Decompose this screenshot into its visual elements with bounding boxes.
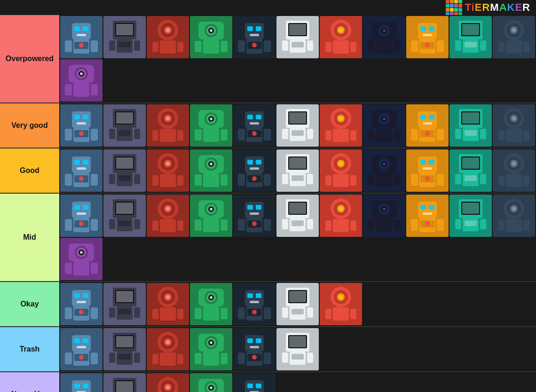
tier-item[interactable]	[406, 195, 449, 237]
svg-rect-304	[91, 219, 98, 231]
svg-rect-284	[462, 157, 479, 169]
tier-item[interactable]	[147, 283, 189, 325]
tier-item[interactable]	[190, 16, 232, 58]
tier-item[interactable]	[449, 149, 492, 192]
tier-item[interactable]	[233, 373, 276, 392]
tier-row-good: Good	[0, 149, 536, 194]
svg-point-127	[166, 117, 170, 120]
tier-item[interactable]	[60, 104, 102, 147]
svg-rect-146	[238, 129, 245, 141]
tier-item[interactable]	[60, 238, 102, 280]
svg-rect-103	[65, 84, 72, 95]
tier-item[interactable]	[103, 283, 146, 325]
tier-item[interactable]	[493, 149, 535, 192]
svg-rect-460	[333, 307, 349, 321]
svg-point-319	[166, 207, 170, 211]
tier-item[interactable]	[406, 16, 449, 58]
tier-item[interactable]	[103, 149, 146, 192]
tier-item[interactable]	[60, 373, 102, 392]
tier-item[interactable]	[60, 283, 102, 325]
tier-item[interactable]	[147, 149, 189, 192]
tier-item[interactable]	[190, 328, 232, 370]
svg-point-547	[210, 386, 213, 389]
tier-item[interactable]	[493, 195, 535, 237]
svg-rect-208	[91, 174, 98, 186]
tier-item[interactable]	[406, 104, 449, 147]
svg-rect-76	[411, 40, 418, 52]
tier-item[interactable]	[276, 283, 319, 325]
svg-point-328	[210, 208, 213, 211]
tier-item[interactable]	[190, 373, 232, 392]
tier-item[interactable]	[190, 104, 232, 147]
tier-item[interactable]	[233, 16, 276, 58]
svg-rect-330	[195, 220, 202, 231]
logo-grid-cell	[450, 8, 454, 12]
tier-item[interactable]	[320, 283, 362, 325]
svg-rect-511	[289, 336, 306, 347]
svg-rect-51	[307, 40, 313, 51]
tier-item[interactable]	[147, 104, 189, 147]
tier-item[interactable]	[449, 104, 492, 147]
svg-rect-269	[368, 174, 375, 186]
tier-item[interactable]	[190, 195, 232, 237]
tier-item[interactable]	[449, 195, 492, 237]
tier-item[interactable]	[320, 16, 362, 58]
tier-item[interactable]	[493, 16, 535, 58]
svg-rect-300	[83, 205, 88, 210]
tier-item[interactable]	[233, 283, 276, 325]
tier-item[interactable]	[320, 149, 362, 192]
svg-rect-60	[350, 42, 356, 52]
tier-item[interactable]	[276, 328, 319, 370]
tier-item[interactable]	[103, 16, 146, 58]
svg-rect-177	[420, 115, 426, 119]
tier-item[interactable]	[449, 16, 492, 58]
tier-item[interactable]	[103, 104, 146, 147]
svg-rect-418	[134, 307, 140, 318]
svg-rect-453	[307, 307, 313, 318]
tier-item[interactable]	[320, 104, 362, 147]
svg-point-245	[252, 176, 257, 181]
tier-item[interactable]	[103, 195, 146, 237]
tier-item[interactable]	[493, 104, 535, 147]
tier-item[interactable]	[60, 328, 102, 370]
tier-item[interactable]	[147, 328, 189, 370]
tier-item[interactable]	[233, 328, 276, 370]
tier-item[interactable]	[60, 59, 102, 102]
tier-item[interactable]	[103, 373, 146, 392]
tier-item[interactable]	[276, 149, 319, 192]
header: TiERMAKER	[0, 0, 536, 15]
tier-item[interactable]	[320, 195, 362, 237]
svg-rect-373	[411, 219, 418, 231]
tier-item[interactable]	[190, 283, 232, 325]
tier-item[interactable]	[190, 149, 232, 192]
tier-item[interactable]	[103, 328, 146, 370]
tier-item[interactable]	[363, 104, 405, 147]
tier-item[interactable]	[276, 195, 319, 237]
tier-item[interactable]	[147, 195, 189, 237]
tier-item[interactable]	[233, 104, 276, 147]
svg-point-66	[383, 29, 386, 32]
svg-point-171	[383, 118, 386, 120]
svg-rect-505	[264, 353, 271, 364]
tier-item[interactable]	[60, 149, 102, 192]
svg-rect-24	[152, 42, 158, 52]
svg-point-446	[252, 310, 257, 314]
svg-rect-425	[160, 307, 176, 321]
tier-item[interactable]	[363, 16, 405, 58]
tier-item[interactable]	[233, 195, 276, 237]
tier-item[interactable]	[363, 195, 405, 237]
tier-row-mid: Mid	[0, 194, 536, 282]
tier-item[interactable]	[147, 16, 189, 58]
tier-item[interactable]	[60, 195, 102, 237]
tier-item[interactable]	[363, 149, 405, 192]
tier-item[interactable]	[233, 149, 276, 192]
tier-item[interactable]	[406, 149, 449, 192]
svg-rect-120	[109, 129, 115, 139]
svg-rect-500	[247, 338, 253, 343]
logo-grid-cell	[454, 4, 458, 8]
tier-item[interactable]	[60, 16, 102, 58]
tier-item[interactable]	[147, 373, 189, 392]
svg-rect-299	[74, 205, 80, 210]
tier-item[interactable]	[276, 104, 319, 147]
tier-item[interactable]	[276, 16, 319, 58]
